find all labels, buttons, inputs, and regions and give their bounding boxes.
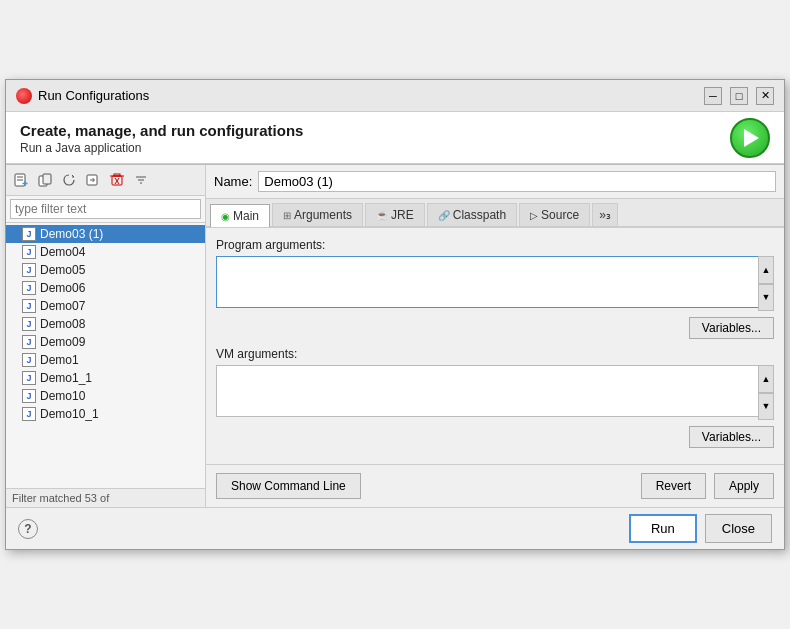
tree-item-label: Demo07	[40, 299, 85, 313]
tab-jre[interactable]: ☕ JRE	[365, 203, 425, 226]
tree-item-label: Demo08	[40, 317, 85, 331]
java-app-icon: J	[22, 317, 36, 331]
left-toolbar	[6, 165, 205, 196]
tree-item-demo09[interactable]: J Demo09	[6, 333, 205, 351]
tab-arguments[interactable]: ⊞ Arguments	[272, 203, 363, 226]
filter-input[interactable]	[10, 199, 201, 219]
tree-item-label: Demo1_1	[40, 371, 92, 385]
tree-item-demo08[interactable]: J Demo08	[6, 315, 205, 333]
refresh-button[interactable]	[58, 169, 80, 191]
close-window-button[interactable]: ✕	[756, 87, 774, 105]
main-tab-label: Main	[233, 209, 259, 223]
dialog-title: Run Configurations	[38, 88, 149, 103]
program-args-label: Program arguments:	[216, 238, 774, 252]
arguments-tab-label: Arguments	[294, 208, 352, 222]
tabs-bar: ◉ Main ⊞ Arguments ☕ JRE 🔗 Classpath ▷	[206, 199, 784, 228]
new-config-button[interactable]	[10, 169, 32, 191]
variables-row-2: Variables...	[216, 426, 774, 448]
maximize-button[interactable]: □	[730, 87, 748, 105]
tree-item-label: Demo06	[40, 281, 85, 295]
svg-rect-13	[114, 174, 120, 176]
tree-item-demo1-1[interactable]: J Demo1_1	[6, 369, 205, 387]
vm-args-scrollbtns: ▲ ▼	[758, 365, 774, 420]
tree-item-demo10[interactable]: J Demo10	[6, 387, 205, 405]
export-button[interactable]	[82, 169, 104, 191]
footer-right: Run Close	[629, 514, 772, 543]
header-subtitle: Run a Java application	[20, 141, 770, 155]
java-app-icon: J	[22, 245, 36, 259]
tab-more[interactable]: »₃	[592, 203, 618, 226]
java-app-icon: J	[22, 389, 36, 403]
revert-button[interactable]: Revert	[641, 473, 706, 499]
show-command-line-button[interactable]: Show Command Line	[216, 473, 361, 499]
vm-variables-button[interactable]: Variables...	[689, 426, 774, 448]
tree-item-demo1[interactable]: J Demo1	[6, 351, 205, 369]
tree-item-demo05[interactable]: J Demo05	[6, 261, 205, 279]
apply-button[interactable]: Apply	[714, 473, 774, 499]
tree-item-demo06[interactable]: J Demo06	[6, 279, 205, 297]
scroll-down-btn[interactable]: ▼	[758, 284, 774, 312]
java-app-icon: J	[22, 407, 36, 421]
tree-item-label: Demo10_1	[40, 407, 99, 421]
more-tab-label: »₃	[599, 208, 611, 222]
tree-item-label: Demo05	[40, 263, 85, 277]
java-app-icon: J	[22, 281, 36, 295]
tree-item-label: Demo09	[40, 335, 85, 349]
java-app-icon: J	[22, 227, 36, 241]
jre-tab-label: JRE	[391, 208, 414, 222]
classpath-tab-icon: 🔗	[438, 210, 450, 221]
delete-button[interactable]	[106, 169, 128, 191]
tree-item-demo07[interactable]: J Demo07	[6, 297, 205, 315]
tree-item-label: Demo04	[40, 245, 85, 259]
bottom-right-area: Revert Apply	[641, 473, 774, 499]
tab-classpath[interactable]: 🔗 Classpath	[427, 203, 517, 226]
tree-item-label: Demo1	[40, 353, 79, 367]
name-input[interactable]	[258, 171, 776, 192]
tab-source[interactable]: ▷ Source	[519, 203, 590, 226]
vm-scroll-up-btn[interactable]: ▲	[758, 365, 774, 393]
vm-args-wrapper: ▲ ▼	[216, 365, 774, 420]
program-variables-button[interactable]: Variables...	[689, 317, 774, 339]
tree-item-label: Demo03 (1)	[40, 227, 103, 241]
name-row: Name:	[206, 165, 784, 199]
vm-scroll-down-btn[interactable]: ▼	[758, 393, 774, 421]
tree-item-demo10-1[interactable]: J Demo10_1	[6, 405, 205, 423]
tree-item-demo04[interactable]: J Demo04	[6, 243, 205, 261]
window-controls: ─ □ ✕	[704, 87, 774, 105]
right-panel: Name: ◉ Main ⊞ Arguments ☕ JRE 🔗	[206, 165, 784, 507]
variables-row-1: Variables...	[216, 317, 774, 339]
header-section: Create, manage, and run configurations R…	[6, 112, 784, 164]
svg-rect-6	[43, 174, 51, 184]
tree-list: J Demo03 (1) J Demo04 J Demo05 J Demo06 …	[6, 223, 205, 488]
java-app-icon: J	[22, 299, 36, 313]
minimize-button[interactable]: ─	[704, 87, 722, 105]
left-panel: J Demo03 (1) J Demo04 J Demo05 J Demo06 …	[6, 165, 206, 507]
main-tab-icon: ◉	[221, 211, 230, 222]
tab-main[interactable]: ◉ Main	[210, 204, 270, 227]
filter-input-wrapper	[6, 196, 205, 223]
run-configurations-dialog: Run Configurations ─ □ ✕ Create, manage,…	[5, 79, 785, 550]
duplicate-button[interactable]	[34, 169, 56, 191]
right-content-area: Program arguments: ▲ ▼ Variables... VM a…	[206, 228, 784, 464]
run-icon-button[interactable]	[730, 118, 770, 158]
classpath-tab-label: Classpath	[453, 208, 506, 222]
footer-left: ?	[18, 519, 38, 539]
name-label: Name:	[214, 174, 252, 189]
java-app-icon: J	[22, 353, 36, 367]
tree-item-demo03[interactable]: J Demo03 (1)	[6, 225, 205, 243]
scroll-up-btn[interactable]: ▲	[758, 256, 774, 284]
vm-args-label: VM arguments:	[216, 347, 774, 361]
bottom-left-area: Show Command Line	[216, 473, 361, 499]
play-button[interactable]	[730, 118, 770, 158]
filter-button[interactable]	[130, 169, 152, 191]
close-button[interactable]: Close	[705, 514, 772, 543]
program-args-input[interactable]	[216, 256, 774, 308]
help-button[interactable]: ?	[18, 519, 38, 539]
header-content: Create, manage, and run configurations R…	[6, 112, 784, 164]
jre-tab-icon: ☕	[376, 210, 388, 221]
run-button[interactable]: Run	[629, 514, 697, 543]
filter-status: Filter matched 53 of	[6, 488, 205, 507]
arguments-tab-icon: ⊞	[283, 210, 291, 221]
vm-args-input[interactable]	[216, 365, 774, 417]
dialog-icon	[16, 88, 32, 104]
